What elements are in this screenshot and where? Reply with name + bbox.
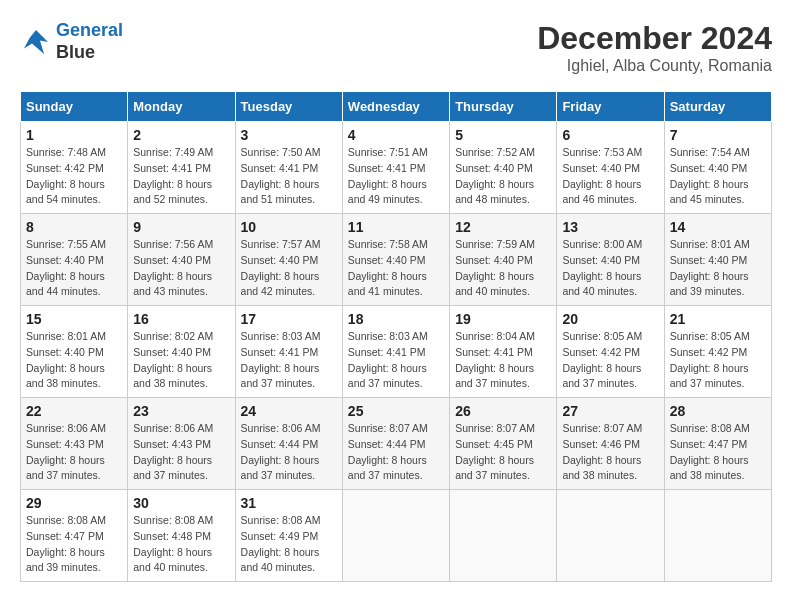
calendar-cell: 23Sunrise: 8:06 AMSunset: 4:43 PMDayligh… xyxy=(128,398,235,490)
calendar-cell: 16Sunrise: 8:02 AMSunset: 4:40 PMDayligh… xyxy=(128,306,235,398)
day-info: Sunrise: 8:05 AMSunset: 4:42 PMDaylight:… xyxy=(670,329,766,392)
calendar-cell: 11Sunrise: 7:58 AMSunset: 4:40 PMDayligh… xyxy=(342,214,449,306)
calendar-header-friday: Friday xyxy=(557,92,664,122)
page-title: December 2024 xyxy=(537,20,772,57)
day-info: Sunrise: 7:58 AMSunset: 4:40 PMDaylight:… xyxy=(348,237,444,300)
calendar-cell xyxy=(450,490,557,582)
calendar-cell: 14Sunrise: 8:01 AMSunset: 4:40 PMDayligh… xyxy=(664,214,771,306)
day-number: 28 xyxy=(670,403,766,419)
calendar-week-row: 22Sunrise: 8:06 AMSunset: 4:43 PMDayligh… xyxy=(21,398,772,490)
calendar-header-wednesday: Wednesday xyxy=(342,92,449,122)
day-info: Sunrise: 8:07 AMSunset: 4:45 PMDaylight:… xyxy=(455,421,551,484)
day-info: Sunrise: 8:06 AMSunset: 4:43 PMDaylight:… xyxy=(133,421,229,484)
calendar-cell: 4Sunrise: 7:51 AMSunset: 4:41 PMDaylight… xyxy=(342,122,449,214)
day-number: 6 xyxy=(562,127,658,143)
calendar-cell xyxy=(664,490,771,582)
svg-marker-0 xyxy=(24,30,48,54)
day-number: 1 xyxy=(26,127,122,143)
calendar-cell: 7Sunrise: 7:54 AMSunset: 4:40 PMDaylight… xyxy=(664,122,771,214)
day-number: 18 xyxy=(348,311,444,327)
calendar-cell: 22Sunrise: 8:06 AMSunset: 4:43 PMDayligh… xyxy=(21,398,128,490)
calendar-header-saturday: Saturday xyxy=(664,92,771,122)
calendar-table: SundayMondayTuesdayWednesdayThursdayFrid… xyxy=(20,91,772,582)
calendar-cell: 18Sunrise: 8:03 AMSunset: 4:41 PMDayligh… xyxy=(342,306,449,398)
day-info: Sunrise: 7:48 AMSunset: 4:42 PMDaylight:… xyxy=(26,145,122,208)
logo-text: GeneralBlue xyxy=(56,20,123,63)
calendar-header-tuesday: Tuesday xyxy=(235,92,342,122)
calendar-cell: 8Sunrise: 7:55 AMSunset: 4:40 PMDaylight… xyxy=(21,214,128,306)
day-info: Sunrise: 8:08 AMSunset: 4:48 PMDaylight:… xyxy=(133,513,229,576)
page-header: GeneralBlue December 2024 Ighiel, Alba C… xyxy=(20,20,772,75)
logo-icon xyxy=(20,26,52,58)
calendar-cell: 19Sunrise: 8:04 AMSunset: 4:41 PMDayligh… xyxy=(450,306,557,398)
day-number: 3 xyxy=(241,127,337,143)
calendar-cell: 20Sunrise: 8:05 AMSunset: 4:42 PMDayligh… xyxy=(557,306,664,398)
day-info: Sunrise: 8:04 AMSunset: 4:41 PMDaylight:… xyxy=(455,329,551,392)
calendar-cell xyxy=(342,490,449,582)
day-number: 4 xyxy=(348,127,444,143)
day-info: Sunrise: 7:54 AMSunset: 4:40 PMDaylight:… xyxy=(670,145,766,208)
day-number: 26 xyxy=(455,403,551,419)
calendar-header-thursday: Thursday xyxy=(450,92,557,122)
calendar-cell: 9Sunrise: 7:56 AMSunset: 4:40 PMDaylight… xyxy=(128,214,235,306)
day-info: Sunrise: 7:49 AMSunset: 4:41 PMDaylight:… xyxy=(133,145,229,208)
day-number: 5 xyxy=(455,127,551,143)
day-info: Sunrise: 7:51 AMSunset: 4:41 PMDaylight:… xyxy=(348,145,444,208)
day-info: Sunrise: 8:01 AMSunset: 4:40 PMDaylight:… xyxy=(26,329,122,392)
day-info: Sunrise: 7:57 AMSunset: 4:40 PMDaylight:… xyxy=(241,237,337,300)
day-number: 30 xyxy=(133,495,229,511)
day-info: Sunrise: 7:56 AMSunset: 4:40 PMDaylight:… xyxy=(133,237,229,300)
day-number: 21 xyxy=(670,311,766,327)
day-number: 10 xyxy=(241,219,337,235)
day-info: Sunrise: 8:08 AMSunset: 4:47 PMDaylight:… xyxy=(670,421,766,484)
day-info: Sunrise: 7:50 AMSunset: 4:41 PMDaylight:… xyxy=(241,145,337,208)
calendar-cell: 31Sunrise: 8:08 AMSunset: 4:49 PMDayligh… xyxy=(235,490,342,582)
day-number: 27 xyxy=(562,403,658,419)
day-number: 25 xyxy=(348,403,444,419)
day-info: Sunrise: 8:08 AMSunset: 4:49 PMDaylight:… xyxy=(241,513,337,576)
day-info: Sunrise: 8:08 AMSunset: 4:47 PMDaylight:… xyxy=(26,513,122,576)
calendar-week-row: 15Sunrise: 8:01 AMSunset: 4:40 PMDayligh… xyxy=(21,306,772,398)
calendar-header-monday: Monday xyxy=(128,92,235,122)
day-info: Sunrise: 7:55 AMSunset: 4:40 PMDaylight:… xyxy=(26,237,122,300)
day-number: 16 xyxy=(133,311,229,327)
day-info: Sunrise: 8:03 AMSunset: 4:41 PMDaylight:… xyxy=(241,329,337,392)
calendar-cell: 24Sunrise: 8:06 AMSunset: 4:44 PMDayligh… xyxy=(235,398,342,490)
day-info: Sunrise: 7:53 AMSunset: 4:40 PMDaylight:… xyxy=(562,145,658,208)
page-subtitle: Ighiel, Alba County, Romania xyxy=(537,57,772,75)
day-info: Sunrise: 8:07 AMSunset: 4:46 PMDaylight:… xyxy=(562,421,658,484)
calendar-week-row: 29Sunrise: 8:08 AMSunset: 4:47 PMDayligh… xyxy=(21,490,772,582)
calendar-cell: 29Sunrise: 8:08 AMSunset: 4:47 PMDayligh… xyxy=(21,490,128,582)
calendar-cell: 13Sunrise: 8:00 AMSunset: 4:40 PMDayligh… xyxy=(557,214,664,306)
day-info: Sunrise: 7:52 AMSunset: 4:40 PMDaylight:… xyxy=(455,145,551,208)
calendar-header-row: SundayMondayTuesdayWednesdayThursdayFrid… xyxy=(21,92,772,122)
calendar-cell: 27Sunrise: 8:07 AMSunset: 4:46 PMDayligh… xyxy=(557,398,664,490)
day-number: 14 xyxy=(670,219,766,235)
day-info: Sunrise: 8:03 AMSunset: 4:41 PMDaylight:… xyxy=(348,329,444,392)
calendar-cell: 5Sunrise: 7:52 AMSunset: 4:40 PMDaylight… xyxy=(450,122,557,214)
calendar-header-sunday: Sunday xyxy=(21,92,128,122)
calendar-cell: 3Sunrise: 7:50 AMSunset: 4:41 PMDaylight… xyxy=(235,122,342,214)
calendar-cell: 30Sunrise: 8:08 AMSunset: 4:48 PMDayligh… xyxy=(128,490,235,582)
calendar-cell: 17Sunrise: 8:03 AMSunset: 4:41 PMDayligh… xyxy=(235,306,342,398)
day-number: 22 xyxy=(26,403,122,419)
calendar-cell: 26Sunrise: 8:07 AMSunset: 4:45 PMDayligh… xyxy=(450,398,557,490)
calendar-cell xyxy=(557,490,664,582)
day-number: 31 xyxy=(241,495,337,511)
day-info: Sunrise: 8:05 AMSunset: 4:42 PMDaylight:… xyxy=(562,329,658,392)
day-number: 12 xyxy=(455,219,551,235)
day-number: 7 xyxy=(670,127,766,143)
day-number: 2 xyxy=(133,127,229,143)
day-number: 9 xyxy=(133,219,229,235)
day-number: 15 xyxy=(26,311,122,327)
calendar-cell: 1Sunrise: 7:48 AMSunset: 4:42 PMDaylight… xyxy=(21,122,128,214)
calendar-week-row: 8Sunrise: 7:55 AMSunset: 4:40 PMDaylight… xyxy=(21,214,772,306)
logo: GeneralBlue xyxy=(20,20,123,63)
calendar-cell: 15Sunrise: 8:01 AMSunset: 4:40 PMDayligh… xyxy=(21,306,128,398)
calendar-cell: 25Sunrise: 8:07 AMSunset: 4:44 PMDayligh… xyxy=(342,398,449,490)
day-number: 8 xyxy=(26,219,122,235)
calendar-cell: 12Sunrise: 7:59 AMSunset: 4:40 PMDayligh… xyxy=(450,214,557,306)
day-info: Sunrise: 7:59 AMSunset: 4:40 PMDaylight:… xyxy=(455,237,551,300)
day-info: Sunrise: 8:06 AMSunset: 4:43 PMDaylight:… xyxy=(26,421,122,484)
day-number: 20 xyxy=(562,311,658,327)
